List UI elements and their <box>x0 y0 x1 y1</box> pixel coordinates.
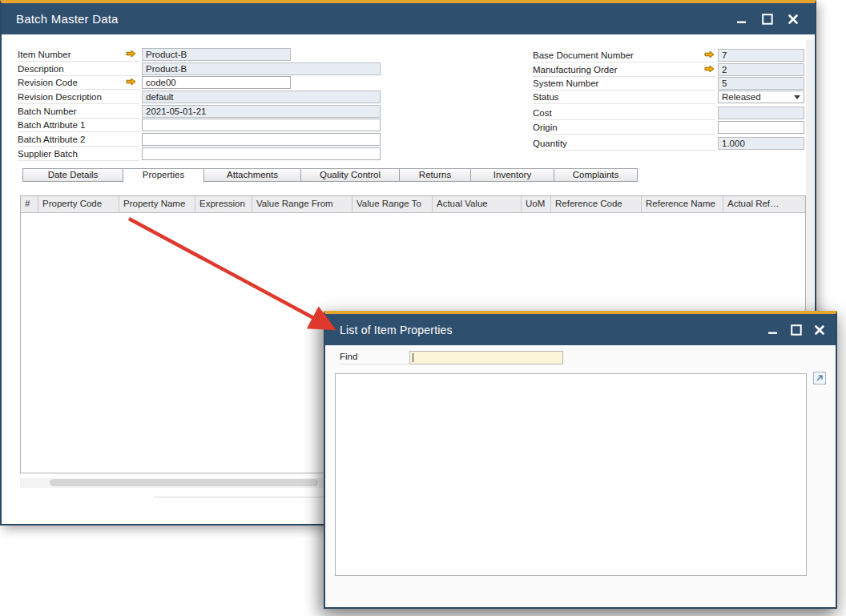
tab-complaints[interactable]: Complaints <box>554 168 638 182</box>
main-titlebar: Batch Master Data <box>2 3 815 34</box>
field-label-revision-description: Revision Description <box>18 91 139 104</box>
tab-attachments[interactable]: Attachments <box>203 168 301 182</box>
close-icon[interactable] <box>787 13 799 25</box>
field-supplier-batch[interactable] <box>142 147 381 160</box>
field-label-cost: Cost <box>533 107 715 120</box>
chevron-down-icon <box>794 95 800 99</box>
field-label-manufacturing-order: Manufacturing Order <box>533 64 715 77</box>
column-header-value-range-from[interactable]: Value Range From <box>252 196 352 213</box>
field-label-base-document-number: Base Document Number <box>533 50 715 62</box>
column-header-value-range-to[interactable]: Value Range To <box>352 196 433 213</box>
field-item-number[interactable]: Product-B <box>142 48 291 61</box>
field-status[interactable]: Released <box>718 91 804 103</box>
field-label-quantity: Quantity <box>533 138 715 151</box>
field-label-description: Description <box>18 63 139 76</box>
main-window-title: Batch Master Data <box>16 12 119 26</box>
close-icon[interactable] <box>813 324 825 336</box>
link-arrow-icon[interactable] <box>704 65 715 73</box>
field-origin[interactable] <box>718 121 804 134</box>
tab-properties[interactable]: Properties <box>123 168 204 183</box>
minimize-icon[interactable] <box>767 324 779 336</box>
tab-date-details[interactable]: Date Details <box>22 168 123 182</box>
link-arrow-icon[interactable] <box>704 50 715 58</box>
tab-inventory[interactable]: Inventory <box>470 168 554 182</box>
properties-table-header: #Property CodeProperty NameExpressionVal… <box>21 196 805 213</box>
field-label-system-number: System Number <box>533 78 715 91</box>
field-label-item-number: Item Number <box>18 49 139 62</box>
expand-icon[interactable] <box>813 372 826 384</box>
footer-strip <box>154 497 324 510</box>
tab-returns[interactable]: Returns <box>399 168 471 182</box>
column-header-actual-ref[interactable]: Actual Ref… <box>723 196 805 213</box>
popup-window-title: List of Item Properties <box>340 324 453 336</box>
link-arrow-icon[interactable] <box>126 78 137 86</box>
field-label-supplier-batch: Supplier Batch <box>18 148 139 161</box>
field-quantity[interactable]: 1.000 <box>718 137 804 150</box>
field-label-origin: Origin <box>533 122 715 135</box>
popup-window-controls <box>767 324 825 336</box>
item-properties-list <box>335 373 807 576</box>
column-header-reference-name[interactable]: Reference Name <box>642 196 723 213</box>
column-header-uom[interactable]: UoM <box>522 196 551 213</box>
tab-quality-control[interactable]: Quality Control <box>300 168 400 182</box>
field-batch-attribute-2[interactable] <box>142 133 381 146</box>
horizontal-scrollbar-thumb[interactable] <box>50 479 318 486</box>
maximize-icon[interactable] <box>790 324 802 336</box>
link-arrow-icon[interactable] <box>126 50 137 58</box>
column-header-reference-code[interactable]: Reference Code <box>551 196 642 213</box>
column-header-expression[interactable]: Expression <box>195 196 252 213</box>
column-header-property-code[interactable]: Property Code <box>38 196 119 213</box>
field-label-batch-attribute-2: Batch Attribute 2 <box>18 134 139 147</box>
maximize-icon[interactable] <box>761 13 773 25</box>
field-label-batch-attribute-1: Batch Attribute 1 <box>18 119 139 132</box>
find-label: Find <box>340 352 409 364</box>
main-window-controls <box>735 13 799 25</box>
field-base-document-number[interactable]: 7 <box>718 49 804 62</box>
field-revision-description[interactable]: default <box>142 91 381 103</box>
field-batch-attribute-1[interactable] <box>142 119 381 131</box>
field-cost[interactable] <box>718 107 804 119</box>
field-system-number[interactable]: 5 <box>718 77 804 90</box>
column-header-actual-value[interactable]: Actual Value <box>433 196 522 213</box>
tab-strip: Date DetailsPropertiesAttachmentsQuality… <box>22 168 638 183</box>
column-header-[interactable]: # <box>21 196 38 213</box>
field-revision-code[interactable]: code00 <box>142 76 291 89</box>
text-caret <box>413 353 413 362</box>
field-manufacturing-order[interactable]: 2 <box>718 63 804 76</box>
column-header-property-name[interactable]: Property Name <box>119 196 195 213</box>
minimize-icon[interactable] <box>735 13 747 25</box>
find-input[interactable] <box>409 351 563 364</box>
field-label-batch-number: Batch Number <box>18 106 139 119</box>
field-label-revision-code: Revision Code <box>18 77 139 90</box>
field-label-status: Status <box>533 91 715 104</box>
field-description[interactable]: Product-B <box>142 62 381 75</box>
screen: Batch Master Data Item NumberProduct-BDe… <box>0 0 846 616</box>
popup-titlebar: List of Item Properties <box>325 314 836 345</box>
list-of-item-properties-window: List of Item Properties Find <box>324 311 837 609</box>
field-batch-number[interactable]: 2021-05-01-21 <box>142 105 381 118</box>
